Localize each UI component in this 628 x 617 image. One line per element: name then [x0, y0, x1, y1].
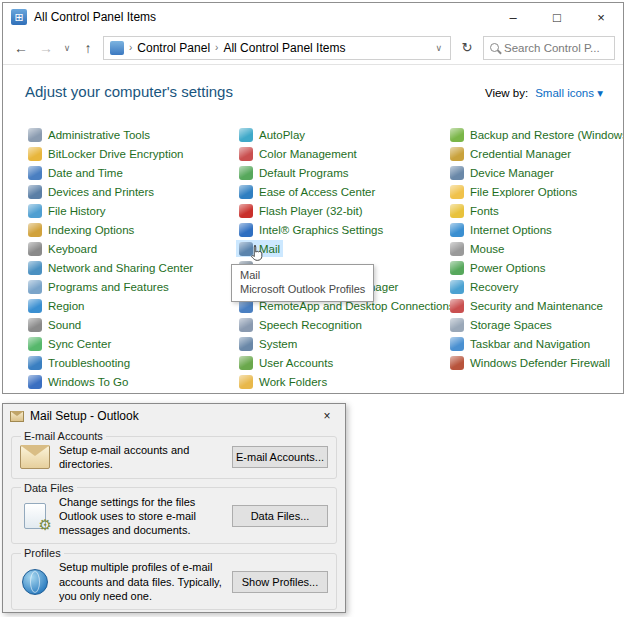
item-file-history[interactable]: File History: [25, 202, 109, 219]
file-history-icon: [28, 204, 42, 218]
item-file-explorer-options[interactable]: File Explorer Options: [447, 183, 580, 200]
item-windows-defender-firewall[interactable]: Windows Defender Firewall: [447, 354, 613, 371]
forward-button[interactable]: →: [36, 40, 56, 56]
item-devices-and-printers[interactable]: Devices and Printers: [25, 183, 157, 200]
sync-center-icon: [28, 337, 42, 351]
back-button[interactable]: ←: [11, 40, 31, 56]
system-icon: [239, 337, 253, 351]
dialog-section-profiles: Profiles Setup multiple profiles of e-ma…: [11, 547, 337, 610]
maximize-button[interactable]: □: [535, 3, 579, 31]
item-flash-player-32-bit[interactable]: Flash Player (32-bit): [236, 202, 366, 219]
control-panel-app-icon: [11, 9, 27, 25]
item-power-options[interactable]: Power Options: [447, 259, 548, 276]
breadcrumb-separator-icon: ›: [129, 42, 132, 53]
item-system[interactable]: System: [236, 335, 300, 352]
flash-player-icon: [239, 204, 253, 218]
device-manager-icon: [450, 166, 464, 180]
dialog-body: E-mail Accounts Setup e-mail accounts an…: [3, 428, 345, 617]
section-description: Change settings for the files Outlook us…: [59, 495, 223, 538]
item-speech-recognition[interactable]: Speech Recognition: [236, 316, 365, 333]
section-legend: Data Files: [21, 482, 77, 494]
item-windows-to-go[interactable]: Windows To Go: [25, 373, 131, 390]
devices-printers-icon: [28, 185, 42, 199]
item-indexing-options[interactable]: Indexing Options: [25, 221, 137, 238]
mail-setup-icon: [10, 411, 24, 422]
show-profiles-button[interactable]: Show Profiles...: [232, 571, 328, 593]
window-title: All Control Panel Items: [34, 10, 156, 24]
view-by-dropdown[interactable]: Small icons ▾: [535, 86, 603, 100]
indexing-options-icon: [28, 223, 42, 237]
dialog-close-button[interactable]: ×: [309, 404, 345, 428]
sound-icon: [28, 318, 42, 332]
item-programs-and-features[interactable]: Programs and Features: [25, 278, 172, 295]
dialog-section-data-files: Data Files Change settings for the files…: [11, 482, 337, 545]
item-credential-manager[interactable]: Credential Manager: [447, 145, 574, 162]
internet-options-icon: [450, 223, 464, 237]
storage-spaces-icon: [450, 318, 464, 332]
close-button[interactable]: ×: [579, 3, 623, 31]
item-network-and-sharing-center[interactable]: Network and Sharing Center: [25, 259, 196, 276]
keyboard-icon: [28, 242, 42, 256]
work-folders-icon: [239, 375, 253, 389]
item-security-and-maintenance[interactable]: Security and Maintenance: [447, 297, 606, 314]
item-internet-options[interactable]: Internet Options: [447, 221, 555, 238]
window-controls: – □ ×: [491, 3, 623, 31]
item-sound[interactable]: Sound: [25, 316, 84, 333]
intel-graphics-icon: [239, 223, 253, 237]
item-intel-graphics-settings[interactable]: Intel® Graphics Settings: [236, 221, 386, 238]
hand-cursor-icon: [250, 245, 263, 261]
item-sync-center[interactable]: Sync Center: [25, 335, 114, 352]
address-dropdown-icon[interactable]: ∨: [433, 43, 444, 53]
troubleshooting-icon: [28, 356, 42, 370]
autoplay-icon: [239, 128, 253, 142]
chevron-down-icon: ▾: [597, 87, 603, 99]
address-bar[interactable]: › Control Panel › All Control Panel Item…: [103, 36, 451, 60]
item-region[interactable]: Region: [25, 297, 87, 314]
item-user-accounts[interactable]: User Accounts: [236, 354, 336, 371]
breadcrumb-separator-icon: ›: [215, 42, 218, 53]
profiles-icon: [22, 569, 48, 595]
breadcrumb-control-panel[interactable]: Control Panel: [137, 41, 210, 55]
data-files-button[interactable]: Data Files...: [232, 505, 328, 527]
recovery-icon: [450, 280, 464, 294]
date-time-icon: [28, 166, 42, 180]
item-work-folders[interactable]: Work Folders: [236, 373, 330, 390]
item-color-management[interactable]: Color Management: [236, 145, 360, 162]
item-device-manager[interactable]: Device Manager: [447, 164, 557, 181]
tooltip-subtitle: Microsoft Outlook Profiles: [240, 282, 365, 296]
firewall-icon: [450, 356, 464, 370]
item-taskbar-and-navigation[interactable]: Taskbar and Navigation: [447, 335, 593, 352]
search-box[interactable]: [483, 36, 615, 60]
network-sharing-icon: [28, 261, 42, 275]
item-default-programs[interactable]: Default Programs: [236, 164, 351, 181]
item-backup-and-restore-windows-7[interactable]: Backup and Restore (Windows 7): [447, 126, 624, 143]
item-recovery[interactable]: Recovery: [447, 278, 522, 295]
item-troubleshooting[interactable]: Troubleshooting: [25, 354, 133, 371]
data-files-icon: [24, 503, 46, 529]
item-fonts[interactable]: Fonts: [447, 202, 502, 219]
item-autoplay[interactable]: AutoPlay: [236, 126, 308, 143]
breadcrumb-all-control-panel-items[interactable]: All Control Panel Items: [223, 41, 345, 55]
item-ease-of-access-center[interactable]: Ease of Access Center: [236, 183, 378, 200]
minimize-button[interactable]: –: [491, 3, 535, 31]
item-date-and-time[interactable]: Date and Time: [25, 164, 126, 181]
default-programs-icon: [239, 166, 253, 180]
up-button[interactable]: ↑: [78, 40, 98, 56]
view-by-control: View by: Small icons ▾: [485, 83, 603, 100]
recent-locations-dropdown-icon[interactable]: ∨: [61, 43, 73, 53]
refresh-button[interactable]: ↻: [456, 40, 478, 55]
item-mouse[interactable]: Mouse: [447, 240, 508, 257]
search-input[interactable]: [504, 42, 608, 54]
e-mail-accounts-button[interactable]: E-mail Accounts...: [232, 446, 328, 468]
item-administrative-tools[interactable]: Administrative Tools: [25, 126, 153, 143]
title-bar: All Control Panel Items – □ ×: [3, 3, 623, 31]
item-bitlocker-drive-encryption[interactable]: BitLocker Drive Encryption: [25, 145, 187, 162]
region-icon: [28, 299, 42, 313]
tooltip-title: Mail: [240, 268, 365, 282]
item-keyboard[interactable]: Keyboard: [25, 240, 100, 257]
bitlocker-icon: [28, 147, 42, 161]
control-panel-icon: [110, 41, 124, 55]
section-description: Setup e-mail accounts and directories.: [59, 443, 223, 472]
control-panel-items-grid: Administrative Tools AutoPlay Backup and…: [3, 125, 623, 391]
item-storage-spaces[interactable]: Storage Spaces: [447, 316, 555, 333]
